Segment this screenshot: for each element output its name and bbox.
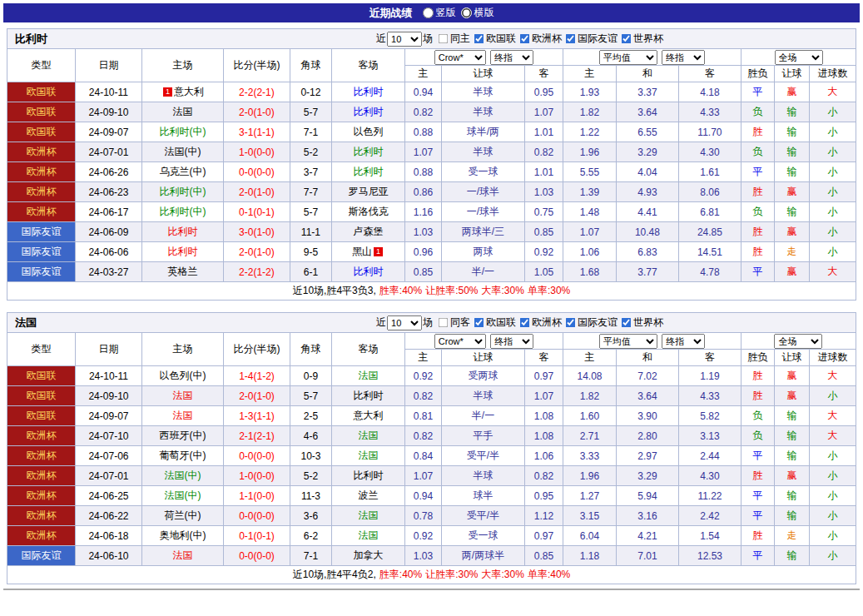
competition-checkbox[interactable]	[474, 33, 484, 43]
full-match-select[interactable]: 全场	[774, 334, 822, 349]
goals-result: 小	[809, 386, 856, 406]
col-header-result: 胜负	[741, 350, 774, 366]
summary-segment: 近10场,胜4平4负2,	[293, 569, 376, 580]
match-score: 3-0(1-0)	[223, 222, 290, 242]
avg-home-odds: 1.96	[563, 142, 616, 162]
crown-handicap-line: 半球	[441, 386, 524, 406]
away-team-name: 斯洛伐克	[348, 206, 388, 217]
same-venue-checkbox[interactable]	[439, 318, 449, 328]
away-team: 波兰	[331, 486, 404, 506]
competition-checkbox[interactable]	[520, 317, 530, 327]
summary-line: 近10场,胜4平3负3,胜率:40%让胜率:50%大率:30%单率:30%	[7, 282, 856, 301]
team-name: 比利时	[8, 32, 47, 47]
home-team: 乌克兰(中)	[141, 162, 223, 182]
same-venue-checkbox[interactable]	[439, 34, 449, 44]
competition-label: 欧洲杯	[532, 32, 562, 46]
col-header-away: 客场	[331, 49, 404, 82]
competition-filter[interactable]: 国际友谊	[562, 32, 617, 46]
handicap-result: 输	[774, 546, 809, 566]
away-team: 法国	[331, 426, 404, 446]
competition-checkbox[interactable]	[622, 33, 632, 43]
crown-odds-group-header: Crow* 终指	[404, 49, 563, 66]
col-header-date: 日期	[75, 49, 141, 82]
crown-home-odds: 0.88	[404, 162, 441, 182]
team-results-table-france: 法国 近 10 场 同客 欧国联欧洲杯国际友谊世界杯 类型 日期	[7, 312, 856, 584]
competition-label: 欧洲杯	[532, 315, 562, 330]
crown-odds-time-select[interactable]: 终指	[490, 50, 533, 65]
col-header-crown-home: 主	[404, 66, 441, 82]
away-team-name: 比利时	[353, 146, 383, 157]
avg-draw-odds: 4.04	[616, 162, 678, 182]
handicap-result: 输	[774, 426, 809, 446]
crown-handicap-line: 半球	[441, 466, 524, 486]
full-match-select[interactable]: 全场	[775, 50, 823, 65]
average-odds-select[interactable]: 平均值	[599, 50, 657, 65]
crown-away-odds: 1.01	[524, 162, 563, 182]
recent-count-select[interactable]: 10	[387, 315, 422, 330]
competition-checkbox[interactable]	[566, 317, 576, 327]
col-header-goals: 进球数	[809, 350, 856, 366]
crown-handicap-line: 球半	[441, 486, 524, 506]
handicap-result: 赢	[774, 222, 809, 242]
home-team: 葡萄牙(中)	[141, 446, 223, 466]
competition-checkbox[interactable]	[566, 33, 576, 43]
competition-filter[interactable]: 世界杯	[617, 315, 663, 330]
match-row: 欧洲杯24-06-18奥地利(中)0-1(0-1)6-2法国0.92受一球0.9…	[7, 526, 856, 546]
competition-filter[interactable]: 欧国联	[470, 32, 516, 46]
goals-result: 大	[809, 82, 856, 102]
horizontal-view-radio[interactable]	[461, 7, 472, 18]
competition-checkbox[interactable]	[474, 317, 484, 327]
crown-odds-time-select[interactable]: 终指	[490, 334, 533, 349]
col-header-type: 类型	[7, 49, 75, 82]
crown-handicap-line: 两/两球半	[441, 546, 524, 566]
goals-result: 小	[809, 122, 856, 142]
away-team-name: 比利时	[353, 86, 383, 97]
competition-filter[interactable]: 欧洲杯	[516, 315, 562, 330]
home-team-name: 英格兰	[167, 266, 197, 277]
match-date: 24-10-11	[75, 366, 141, 386]
competition-checkbox[interactable]	[622, 317, 632, 327]
average-odds-time-select[interactable]: 终指	[662, 50, 705, 65]
competition-checkbox[interactable]	[520, 33, 530, 43]
avg-away-odds: 4.78	[678, 262, 741, 282]
topbar: 近期战绩 竖版 横版	[3, 3, 860, 22]
home-team: 1意大利	[141, 82, 223, 102]
competition-filter[interactable]: 国际友谊	[562, 315, 617, 330]
col-header-avg-away: 客	[678, 350, 741, 366]
crown-away-odds: 0.85	[524, 222, 563, 242]
same-venue-filter[interactable]: 同客	[433, 315, 470, 330]
avg-away-odds: 5.82	[678, 406, 741, 426]
home-team-name: 意大利	[174, 86, 204, 97]
vertical-view-radio[interactable]	[423, 7, 434, 18]
match-score: 0-0(0-0)	[223, 506, 290, 526]
competition-type: 欧国联	[7, 102, 75, 122]
handicap-result: 输	[774, 202, 809, 222]
average-odds-select[interactable]: 平均值	[599, 334, 657, 349]
away-team: 比利时	[331, 386, 404, 406]
goals-result: 小	[809, 506, 856, 526]
competition-type: 欧洲杯	[7, 466, 75, 486]
win-loss-result: 负	[741, 426, 774, 446]
col-header-date: 日期	[75, 333, 141, 366]
match-row: 欧洲杯24-06-17比利时(中)0-1(0-1)5-7斯洛伐克1.16一/球半…	[7, 202, 856, 222]
home-team: 法国(中)	[141, 486, 223, 506]
avg-home-odds: 1.82	[563, 102, 616, 122]
crown-away-odds: 0.75	[524, 202, 563, 222]
same-venue-filter[interactable]: 同主	[433, 32, 470, 46]
odds-provider-select[interactable]: Crow*	[434, 50, 486, 65]
competition-filter[interactable]: 欧洲杯	[516, 32, 562, 46]
view-option-vertical[interactable]: 竖版	[423, 6, 456, 20]
avg-draw-odds: 10.48	[616, 222, 678, 242]
odds-provider-select[interactable]: Crow*	[434, 334, 486, 349]
win-loss-result: 胜	[741, 122, 774, 142]
average-odds-time-select[interactable]: 终指	[662, 334, 705, 349]
competition-filter[interactable]: 世界杯	[617, 32, 663, 46]
home-team-name: 法国(中)	[164, 489, 201, 501]
avg-away-odds: 11.70	[678, 122, 741, 142]
competition-filter[interactable]: 欧国联	[470, 315, 516, 330]
avg-home-odds: 1.48	[563, 202, 616, 222]
summary-segment: 单率:40%	[528, 569, 570, 580]
view-option-horizontal[interactable]: 横版	[461, 6, 494, 20]
crown-away-odds: 1.07	[524, 386, 563, 406]
recent-count-select[interactable]: 10	[387, 32, 422, 47]
